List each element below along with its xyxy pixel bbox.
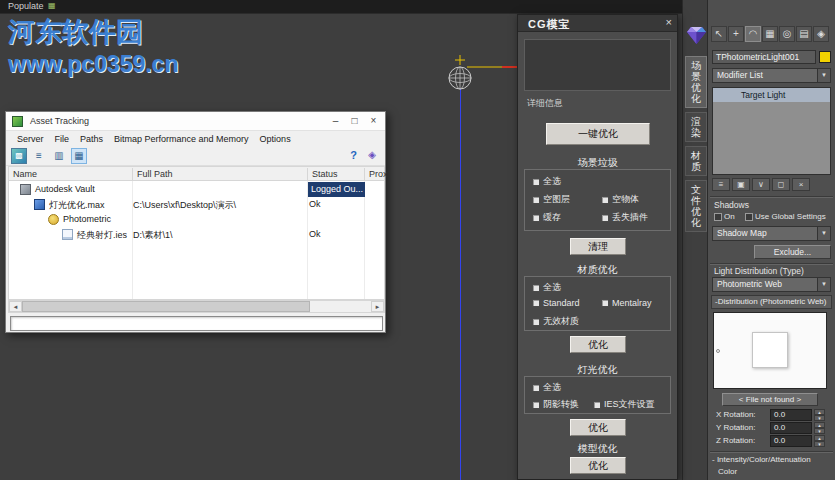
hierarchy-tab[interactable]: ▦	[762, 26, 778, 42]
table-row[interactable]: Autodesk Vault Logged Ou...	[9, 182, 384, 197]
menu-bitmap-performance[interactable]: Bitmap Performance and Memory	[114, 134, 249, 144]
chevron-down-icon[interactable]: ▼	[817, 69, 830, 82]
horizontal-scrollbar[interactable]: ◄ ►	[8, 300, 385, 313]
modifier-stack[interactable]: Target Light	[712, 87, 831, 175]
intensity-rollout[interactable]: - Intensity/Color/Attenuation	[712, 455, 811, 464]
refresh-icon[interactable]: ▩	[11, 148, 27, 164]
column-prox[interactable]: Prox	[364, 168, 388, 181]
column-full-path[interactable]: Full Path	[132, 168, 173, 181]
create-tab[interactable]: +	[728, 26, 744, 42]
menu-paths[interactable]: Paths	[80, 134, 103, 144]
scroll-right-icon[interactable]: ►	[371, 301, 384, 312]
z-rotation-field[interactable]: 0.0	[770, 435, 812, 447]
checkbox-box	[532, 401, 540, 409]
show-end-result-icon[interactable]: ▣	[732, 178, 750, 191]
display-tab[interactable]: ▤	[796, 26, 812, 42]
empty-objects-checkbox[interactable]: 空物体	[601, 193, 639, 206]
chevron-down-icon[interactable]: ▼	[817, 227, 830, 240]
wireframe-color-swatch[interactable]	[819, 51, 831, 63]
x-rotation-row: X Rotation: 0.0 ▴▾	[716, 409, 828, 421]
table-row[interactable]: 灯光优化.max C:\Users\xf\Desktop\演示\ Ok	[9, 197, 384, 212]
tab-scene-optimize[interactable]: 场景优化	[685, 56, 707, 108]
checkbox-box	[601, 299, 609, 307]
asset-table[interactable]: Autodesk Vault Logged Ou... 灯光优化.max C:\…	[8, 181, 385, 300]
model-optimize-button[interactable]: 优化	[570, 457, 626, 474]
menu-options[interactable]: Options	[260, 134, 291, 144]
use-global-settings-checkbox[interactable]: Use Global Settings	[745, 212, 826, 221]
x-rotation-spinner[interactable]: ▴▾	[814, 409, 825, 421]
menu-file[interactable]: File	[55, 134, 70, 144]
table-view-icon[interactable]: ▦	[71, 148, 87, 164]
make-unique-icon[interactable]: ∨	[752, 178, 770, 191]
one-key-optimize-button[interactable]: 一键优化	[546, 123, 650, 145]
column-name[interactable]: Name	[9, 168, 37, 181]
shadow-convert-checkbox[interactable]: 阴影转换	[532, 398, 579, 411]
select-all-checkbox[interactable]: 全选	[532, 381, 561, 394]
ies-file-settings-checkbox[interactable]: IES文件设置	[593, 398, 655, 411]
exclude-button[interactable]: Exclude...	[754, 245, 831, 259]
list-view-icon[interactable]: ≡	[31, 148, 47, 164]
utilities-tab[interactable]: ◈	[813, 26, 829, 42]
tab-file-optimize[interactable]: 文件优化	[685, 180, 707, 232]
table-row[interactable]: 经典射灯.ies D:\素材\1\ Ok	[9, 227, 384, 242]
select-all-checkbox[interactable]: 全选	[532, 175, 561, 188]
distribution-rollout[interactable]: -Distribution (Photometric Web)	[711, 295, 832, 309]
cg-panel-titlebar[interactable]: CG模宝 ×	[518, 15, 677, 32]
column-status[interactable]: Status	[307, 168, 338, 181]
scrollbar-thumb[interactable]	[22, 301, 310, 312]
spinner-down-icon[interactable]: ▾	[814, 441, 825, 447]
status-badge: Ok	[309, 199, 321, 209]
checkbox-box	[532, 214, 540, 222]
light-distribution-value: Photometric Web	[717, 279, 782, 289]
standard-checkbox[interactable]: Standard	[532, 298, 580, 308]
pin-stack-icon[interactable]: ≡	[712, 178, 730, 191]
mentalray-checkbox[interactable]: Mentalray	[601, 298, 652, 308]
material-optimize-button[interactable]: 优化	[570, 336, 626, 353]
column-view-icon[interactable]: ▥	[51, 148, 67, 164]
y-rotation-field[interactable]: 0.0	[770, 422, 812, 434]
shadow-on-checkbox[interactable]: On	[714, 212, 735, 221]
spinner-down-icon[interactable]: ▾	[814, 428, 825, 434]
cg-close-icon[interactable]: ×	[666, 16, 672, 28]
modify-tab[interactable]: ◠	[745, 26, 761, 42]
info-icon[interactable]: ◈	[368, 149, 376, 160]
motion-tab[interactable]: ◎	[779, 26, 795, 42]
light-distribution-dropdown[interactable]: Photometric Web ▼	[712, 277, 831, 292]
y-rotation-spinner[interactable]: ▴▾	[814, 422, 825, 434]
invalid-material-checkbox[interactable]: 无效材质	[532, 315, 579, 328]
configure-modifier-sets-icon[interactable]: ×	[792, 178, 810, 191]
remove-modifier-icon[interactable]: ◻	[772, 178, 790, 191]
cache-checkbox[interactable]: 缓存	[532, 211, 561, 224]
web-file-button[interactable]: < File not found >	[722, 393, 818, 406]
x-rotation-field[interactable]: 0.0	[770, 409, 812, 421]
maximize-button[interactable]: □	[345, 112, 364, 131]
help-icon[interactable]: ?	[350, 149, 357, 161]
tab-material[interactable]: 材质	[685, 146, 707, 176]
tab-render[interactable]: 渲染	[685, 112, 707, 142]
menu-server[interactable]: Server	[17, 134, 44, 144]
status-badge: Logged Ou...	[308, 182, 365, 197]
vault-icon	[20, 184, 31, 195]
close-button[interactable]: ×	[364, 112, 383, 131]
workspace-icon[interactable]: ▦	[48, 1, 56, 10]
menu-populate[interactable]: Populate	[8, 1, 44, 11]
table-row[interactable]: Photometric	[9, 212, 384, 227]
chevron-down-icon[interactable]: ▼	[817, 278, 830, 291]
empty-layers-checkbox[interactable]: 空图层	[532, 193, 570, 206]
clean-button[interactable]: 清理	[570, 238, 626, 255]
asset-name: 经典射灯.ies	[77, 229, 127, 242]
z-rotation-spinner[interactable]: ▴▾	[814, 435, 825, 447]
cg-logo-icon[interactable]	[686, 26, 707, 45]
asset-tracking-titlebar[interactable]: Asset Tracking – □ ×	[6, 112, 385, 131]
stack-item-target-light[interactable]: Target Light	[713, 88, 830, 102]
missing-plugins-checkbox[interactable]: 丢失插件	[601, 211, 648, 224]
select-all-checkbox[interactable]: 全选	[532, 281, 561, 294]
spinner-down-icon[interactable]: ▾	[814, 415, 825, 421]
scroll-left-icon[interactable]: ◄	[9, 301, 22, 312]
shadow-type-dropdown[interactable]: Shadow Map ▼	[712, 226, 831, 241]
object-name-field[interactable]: TPhotometricLight001	[712, 50, 816, 64]
light-optimize-button[interactable]: 优化	[570, 419, 626, 436]
select-icon[interactable]: ↖	[711, 26, 727, 42]
minimize-button[interactable]: –	[326, 112, 345, 131]
modifier-list-dropdown[interactable]: Modifier List ▼	[712, 68, 831, 83]
